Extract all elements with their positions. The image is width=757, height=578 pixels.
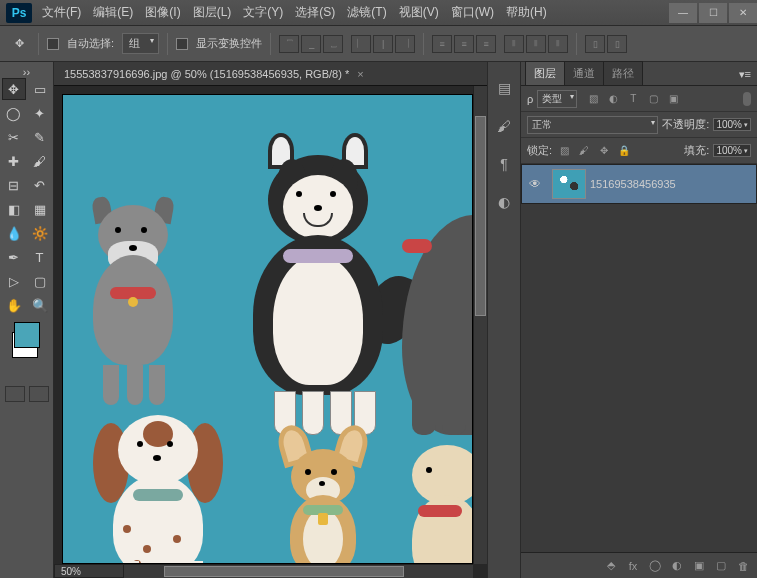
history-panel-icon[interactable]: ▤ <box>494 78 514 98</box>
filter-pixel-icon[interactable]: ▧ <box>585 92 601 106</box>
swatches-panel-icon[interactable]: ◐ <box>494 192 514 212</box>
eyedropper-tool[interactable]: ✎ <box>28 126 52 148</box>
tab-paths[interactable]: 路径 <box>603 61 643 85</box>
canvas[interactable] <box>62 94 473 564</box>
quickmask-mask[interactable] <box>29 386 49 402</box>
horizontal-scroll-thumb[interactable] <box>164 566 404 577</box>
character-panel-icon[interactable]: ¶ <box>494 154 514 174</box>
document-tab[interactable]: 15553837916696.jpg @ 50% (15169538456935… <box>54 62 487 86</box>
panel-menu-icon[interactable]: ▾≡ <box>733 64 757 85</box>
delete-layer-icon[interactable]: 🗑 <box>735 559 751 573</box>
blur-tool[interactable]: 💧 <box>2 222 26 244</box>
new-layer-icon[interactable]: ▢ <box>713 559 729 573</box>
menu-filter[interactable]: 滤镜(T) <box>341 0 392 25</box>
move-tool-icon[interactable]: ✥ <box>8 33 30 55</box>
fill-input[interactable]: 100%▾ <box>713 144 751 157</box>
show-transform-checkbox[interactable] <box>176 38 188 50</box>
menu-help[interactable]: 帮助(H) <box>500 0 553 25</box>
crop-tool[interactable]: ✂ <box>2 126 26 148</box>
stamp-tool[interactable]: ⊟ <box>2 174 26 196</box>
gradient-tool[interactable]: ▦ <box>28 198 52 220</box>
layer-name[interactable]: 15169538456935 <box>590 178 676 190</box>
wand-tool[interactable]: ✦ <box>28 102 52 124</box>
type-tool[interactable]: T <box>28 246 52 268</box>
filter-kind-dropdown[interactable]: 类型 <box>537 90 577 108</box>
close-button[interactable]: ✕ <box>729 3 757 23</box>
layer-visibility-icon[interactable]: 👁 <box>522 177 548 191</box>
foreground-color-swatch[interactable] <box>14 322 40 348</box>
filter-smart-icon[interactable]: ▣ <box>665 92 681 106</box>
dodge-tool[interactable]: 🔆 <box>28 222 52 244</box>
eraser-tool[interactable]: ◧ <box>2 198 26 220</box>
menu-image[interactable]: 图像(I) <box>139 0 186 25</box>
menu-type[interactable]: 文字(Y) <box>237 0 289 25</box>
auto-select-checkbox[interactable] <box>47 38 59 50</box>
brush-tool[interactable]: 🖌 <box>28 150 52 172</box>
hand-tool[interactable]: ✋ <box>2 294 26 316</box>
arrange-icon[interactable]: ▯ <box>585 35 605 53</box>
align-hcenter-icon[interactable]: | <box>373 35 393 53</box>
dist-icon[interactable]: ⦀ <box>526 35 546 53</box>
zoom-indicator[interactable]: 50% <box>54 564 124 578</box>
blend-mode-dropdown[interactable]: 正常 <box>527 116 658 134</box>
title-bar: Ps 文件(F) 编辑(E) 图像(I) 图层(L) 文字(Y) 选择(S) 滤… <box>0 0 757 26</box>
illustration-dog-chihuahua <box>263 435 383 564</box>
vertical-scrollbar[interactable] <box>473 86 487 564</box>
marquee-tool[interactable]: ▭ <box>28 78 52 100</box>
dist-icon[interactable]: ⦀ <box>548 35 568 53</box>
menu-view[interactable]: 视图(V) <box>393 0 445 25</box>
dist-icon[interactable]: ≡ <box>454 35 474 53</box>
color-swatches[interactable] <box>2 322 51 362</box>
adjustment-layer-icon[interactable]: ◐ <box>669 559 685 573</box>
lock-pixels-icon[interactable]: 🖌 <box>576 144 592 158</box>
lock-position-icon[interactable]: ✥ <box>596 144 612 158</box>
layer-thumbnail[interactable] <box>552 169 586 199</box>
show-transform-label: 显示变换控件 <box>196 36 262 51</box>
zoom-tool[interactable]: 🔍 <box>28 294 52 316</box>
move-tool[interactable]: ✥ <box>2 78 26 100</box>
menu-file[interactable]: 文件(F) <box>36 0 87 25</box>
maximize-button[interactable]: ☐ <box>699 3 727 23</box>
lock-transparent-icon[interactable]: ▨ <box>556 144 572 158</box>
align-right-icon[interactable]: ⎹ <box>395 35 415 53</box>
lock-all-icon[interactable]: 🔒 <box>616 144 632 158</box>
layer-row[interactable]: 👁 15169538456935 <box>521 164 757 204</box>
menu-select[interactable]: 选择(S) <box>289 0 341 25</box>
align-vcenter-icon[interactable]: ⎯ <box>301 35 321 53</box>
arrange-icon[interactable]: ▯ <box>607 35 627 53</box>
align-left-icon[interactable]: ⎸ <box>351 35 371 53</box>
menu-edit[interactable]: 编辑(E) <box>87 0 139 25</box>
filter-toggle[interactable] <box>743 92 751 106</box>
tab-layers[interactable]: 图层 <box>525 61 565 85</box>
toolbox-grip[interactable]: ›› <box>2 66 51 74</box>
divider <box>38 33 39 55</box>
pen-tool[interactable]: ✒ <box>2 246 26 268</box>
patch-tool[interactable]: ✚ <box>2 150 26 172</box>
filter-shape-icon[interactable]: ▢ <box>645 92 661 106</box>
dist-icon[interactable]: ⦀ <box>504 35 524 53</box>
minimize-button[interactable]: — <box>669 3 697 23</box>
dist-icon[interactable]: ≡ <box>432 35 452 53</box>
brush-panel-icon[interactable]: 🖌 <box>494 116 514 136</box>
filter-type-icon[interactable]: T <box>625 92 641 106</box>
align-top-icon[interactable]: ⎴ <box>279 35 299 53</box>
shape-tool[interactable]: ▢ <box>28 270 52 292</box>
tab-close-icon[interactable]: × <box>357 68 363 80</box>
opacity-input[interactable]: 100%▾ <box>713 118 751 131</box>
layer-mask-icon[interactable]: ◯ <box>647 559 663 573</box>
layer-fx-icon[interactable]: fx <box>625 559 641 573</box>
filter-adjust-icon[interactable]: ◐ <box>605 92 621 106</box>
auto-select-dropdown[interactable]: 组 <box>122 33 159 54</box>
history-brush-tool[interactable]: ↶ <box>28 174 52 196</box>
menu-window[interactable]: 窗口(W) <box>445 0 500 25</box>
align-bottom-icon[interactable]: ⎵ <box>323 35 343 53</box>
vertical-scroll-thumb[interactable] <box>475 116 486 316</box>
link-layers-icon[interactable]: ⬘ <box>603 559 619 573</box>
menu-layer[interactable]: 图层(L) <box>187 0 238 25</box>
dist-icon[interactable]: ≡ <box>476 35 496 53</box>
quickmask-standard[interactable] <box>5 386 25 402</box>
tab-channels[interactable]: 通道 <box>564 61 604 85</box>
path-tool[interactable]: ▷ <box>2 270 26 292</box>
group-icon[interactable]: ▣ <box>691 559 707 573</box>
lasso-tool[interactable]: ◯ <box>2 102 26 124</box>
